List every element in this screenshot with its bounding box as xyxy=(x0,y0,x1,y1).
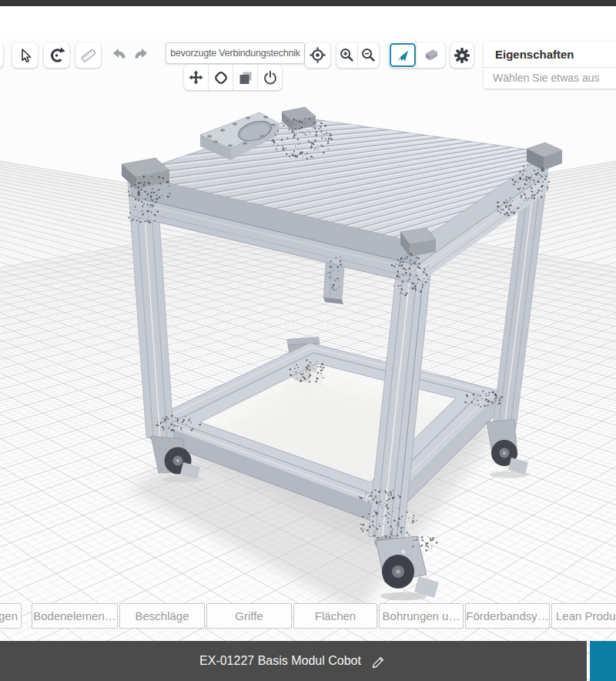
tab-griffe[interactable]: Griffe xyxy=(206,603,292,629)
toolbar-edge-button[interactable] xyxy=(0,42,3,68)
squircle-outline-icon xyxy=(213,70,229,86)
zoom-group xyxy=(336,42,379,68)
fit-connection-button[interactable] xyxy=(184,65,208,90)
paper-plane-icon xyxy=(394,47,411,64)
stacked-squares-icon xyxy=(238,70,253,86)
gear-icon xyxy=(454,47,470,64)
redo-button[interactable] xyxy=(132,45,150,64)
power-toggle-button[interactable] xyxy=(257,65,282,90)
window-top-bar xyxy=(0,0,616,6)
edit-pencil-icon[interactable] xyxy=(370,652,387,669)
ruler-icon xyxy=(79,46,98,65)
tab-foerderband[interactable]: Förderbandsy… xyxy=(465,603,550,629)
accent-block[interactable] xyxy=(590,641,616,681)
render-mode-group xyxy=(389,42,445,68)
horizon-fade xyxy=(0,6,616,46)
properties-panel-hint: Wählen Sie etwas aus xyxy=(484,68,616,88)
wireframe-mode-button[interactable] xyxy=(389,42,417,68)
tab-bohrungen[interactable]: Bohrungen u… xyxy=(379,603,464,629)
zoom-out-icon xyxy=(360,47,377,63)
connection-options-group xyxy=(184,65,282,90)
properties-panel: Eigenschaften Wählen Sie etwas aus xyxy=(484,42,616,89)
solid-block-icon xyxy=(423,46,440,64)
rotate-icon xyxy=(49,47,65,64)
profile-shape-button[interactable] xyxy=(208,65,233,90)
zoom-in-button[interactable] xyxy=(336,42,357,68)
app-window: bevorzugte Verbindungstechnik xyxy=(0,0,616,681)
power-icon xyxy=(263,70,278,86)
cursor-icon xyxy=(17,47,34,64)
tab-bodenelemente[interactable]: Bodenelemen… xyxy=(32,603,118,629)
viewport-3d[interactable] xyxy=(0,0,616,681)
solid-mode-button[interactable] xyxy=(417,42,445,68)
connection-type-button[interactable]: bevorzugte Verbindungstechnik xyxy=(166,42,305,64)
tab-flaechen[interactable]: Flächen xyxy=(293,603,377,629)
zoom-in-icon xyxy=(339,47,355,63)
four-arrows-icon xyxy=(189,70,203,85)
category-tab-bar: ngen Bodenelemen… Beschläge Griffe Fläch… xyxy=(0,603,616,630)
settings-button[interactable] xyxy=(450,42,474,68)
crosshair-target-icon xyxy=(309,46,326,64)
zoom-out-button[interactable] xyxy=(357,42,379,68)
rotate-tool-button[interactable] xyxy=(44,42,69,68)
status-bar: EX-01227 Basis Modul Cobot xyxy=(0,641,587,681)
properties-panel-title: Eigenschaften xyxy=(484,42,616,68)
tab-partial-left[interactable]: ngen xyxy=(0,603,22,629)
tab-lean-production[interactable]: Lean Produc… xyxy=(551,603,616,629)
select-tool-button[interactable] xyxy=(12,42,38,68)
undo-icon xyxy=(111,47,128,62)
project-title-block: EX-01227 Basis Modul Cobot xyxy=(0,641,587,681)
center-view-button[interactable] xyxy=(305,42,330,68)
redo-icon xyxy=(132,47,149,62)
undo-button[interactable] xyxy=(110,45,129,64)
project-title: EX-01227 Basis Modul Cobot xyxy=(199,654,361,668)
tab-beschlaege[interactable]: Beschläge xyxy=(119,603,205,629)
panel-material-button[interactable] xyxy=(233,65,257,90)
measure-tool-button[interactable] xyxy=(75,42,101,68)
